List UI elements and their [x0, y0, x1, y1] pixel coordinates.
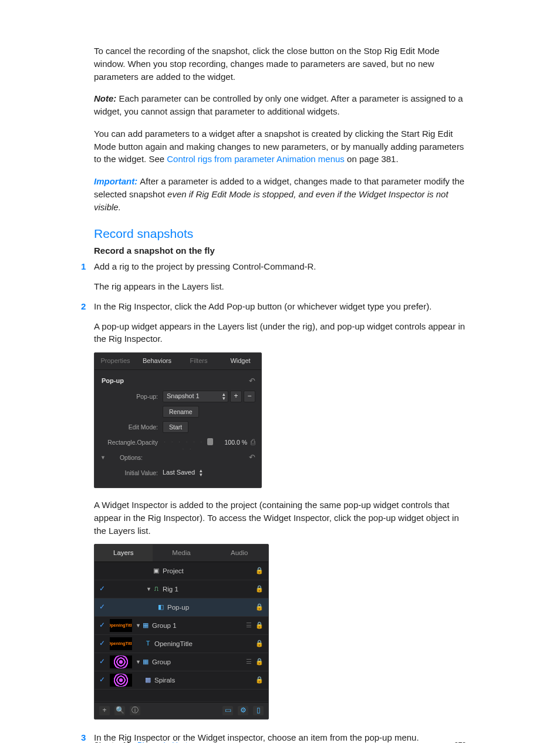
group-icon: ▦: [141, 658, 150, 666]
layer-row-group1[interactable]: ✓ OpeningTitle ▼ ▦ Group 1 ☰🔒: [95, 617, 268, 635]
rename-button[interactable]: Rename: [163, 406, 199, 418]
note-paragraph: Note: Each parameter can be controlled b…: [94, 92, 466, 118]
chevrons-updown-icon[interactable]: ▴▾: [200, 469, 203, 477]
initial-value-label: Initial Value:: [100, 469, 163, 478]
gear-icon[interactable]: ⚙: [238, 706, 248, 715]
layer-thumbnail: OpeningTitle: [110, 619, 132, 632]
layer-row-project[interactable]: ▣ Project 🔒: [95, 562, 268, 580]
important-label: Important:: [94, 176, 140, 186]
step-number-1: 1: [81, 260, 86, 273]
reset-icon[interactable]: ↶: [249, 452, 255, 463]
enable-checkbox[interactable]: ✓: [98, 602, 106, 612]
layer-row-rig[interactable]: ✓ ▼ ⎍ Rig 1 🔒: [95, 580, 268, 599]
opacity-label: Rectangle.Opacity: [100, 438, 163, 447]
info-button[interactable]: ⓘ: [130, 706, 140, 715]
opacity-value: 100.0 %: [217, 438, 247, 447]
add-snapshot-button[interactable]: +: [230, 391, 242, 402]
page-footer: Chapter 10 Rigs and widgets 379: [94, 741, 466, 743]
tab-behaviors[interactable]: Behaviors: [136, 353, 178, 369]
heading-record-snapshots: Record snapshots: [94, 225, 466, 243]
enable-checkbox[interactable]: ✓: [98, 675, 106, 685]
step-2-after-panel: A Widget Inspector is added to the proje…: [94, 499, 466, 537]
note-label: Note:: [94, 93, 119, 103]
popup-dropdown[interactable]: Snapshot 1 ▴▾: [163, 391, 228, 402]
frame-view-button[interactable]: ▭: [222, 706, 233, 715]
lock-icon[interactable]: 🔒: [255, 603, 264, 612]
project-icon: ▣: [152, 567, 160, 575]
layer-row-openingtitle[interactable]: ✓ OpeningTitle T OpeningTitle 🔒: [95, 635, 268, 653]
popup-label: Pop-up:: [100, 392, 163, 401]
chapter-label: Chapter 10: [94, 741, 130, 743]
layers-icon[interactable]: ☰: [246, 657, 252, 667]
step-2-follow: A pop-up widget appears in the Layers li…: [94, 320, 466, 346]
tab-widget[interactable]: Widget: [220, 353, 261, 369]
tab-media[interactable]: Media: [153, 544, 211, 562]
slider-thumb-icon[interactable]: [207, 438, 213, 445]
step-2-text: In the Rig Inspector, click the Add Pop-…: [94, 300, 466, 313]
layers-icon[interactable]: ☰: [246, 621, 252, 630]
disclosure-triangle-icon[interactable]: ▼: [136, 658, 141, 666]
step-number-3: 3: [81, 731, 86, 743]
inspector-section-popup: Pop-up: [100, 376, 124, 386]
inspector-tabs: Properties Behaviors Filters Widget: [95, 353, 261, 370]
param-menu-icon[interactable]: ⎙: [251, 437, 255, 448]
important-paragraph: Important: After a parameter is added to…: [94, 175, 466, 213]
opacity-slider[interactable]: · · · · · · · · ·: [163, 441, 213, 444]
popup-widget-icon: ◧: [157, 603, 165, 611]
enable-checkbox[interactable]: ✓: [98, 584, 106, 594]
note-body: Each parameter can be controlled by only…: [94, 93, 463, 116]
layers-panel: Layers Media Audio ▣ Project 🔒 ✓ ▼ ⎍ R: [94, 544, 269, 720]
subheading-record-on-fly: Record a snapshot on the fly: [94, 244, 466, 257]
chevrons-updown-icon: ▴▾: [222, 392, 225, 401]
reset-icon[interactable]: ↶: [249, 376, 255, 387]
link-control-rigs[interactable]: Control rigs from parameter Animation me…: [167, 154, 345, 164]
edit-mode-start-button[interactable]: Start: [163, 421, 188, 433]
enable-checkbox[interactable]: ✓: [98, 620, 106, 630]
lock-icon[interactable]: 🔒: [255, 566, 264, 576]
tab-filters[interactable]: Filters: [178, 353, 220, 369]
disclosure-triangle-icon[interactable]: ▼: [136, 622, 141, 630]
layer-thumbnail: [110, 674, 132, 687]
widget-inspector-panel: Properties Behaviors Filters Widget Pop-…: [94, 352, 262, 488]
initial-value[interactable]: Last Saved: [163, 468, 195, 478]
page-number: 379: [454, 741, 466, 743]
layer-thumbnail: [110, 655, 132, 668]
disclosure-triangle-icon[interactable]: ▼: [100, 454, 106, 462]
tab-layers[interactable]: Layers: [95, 544, 153, 562]
edit-mode-label: Edit Mode:: [100, 423, 163, 432]
image-layer-icon: ▩: [144, 676, 152, 684]
enable-checkbox[interactable]: ✓: [98, 638, 106, 648]
lock-icon[interactable]: 🔒: [255, 675, 264, 685]
tab-properties[interactable]: Properties: [95, 353, 136, 369]
layer-thumbnail: OpeningTitle: [110, 637, 132, 650]
lock-icon[interactable]: 🔒: [255, 639, 264, 648]
step-1-follow: The rig appears in the Layers list.: [94, 280, 466, 293]
remove-snapshot-button[interactable]: −: [244, 391, 255, 402]
enable-checkbox[interactable]: ✓: [98, 657, 106, 667]
paragraph-add-parameters: You can add parameters to a widget after…: [94, 127, 466, 166]
lock-icon[interactable]: 🔒: [255, 621, 264, 630]
panel-button[interactable]: ▯: [253, 706, 264, 715]
step-number-2: 2: [81, 300, 86, 313]
search-button[interactable]: 🔍: [114, 706, 125, 715]
lock-icon[interactable]: 🔒: [255, 584, 264, 594]
add-layer-button[interactable]: +: [99, 706, 110, 715]
group-icon: ▦: [141, 621, 150, 630]
chapter-title: Rigs and widgets: [137, 741, 191, 743]
layer-row-popup[interactable]: ✓ ◧ Pop-up 🔒: [95, 599, 268, 617]
options-label: Options:: [108, 453, 147, 462]
tab-audio[interactable]: Audio: [210, 544, 268, 562]
text-layer-icon: T: [144, 640, 152, 648]
layer-row-spirals[interactable]: ✓ ▩ Spirals 🔒: [95, 671, 268, 690]
disclosure-triangle-icon[interactable]: ▼: [146, 586, 152, 593]
paragraph-cancel-recording: To cancel the recording of the snapshot,…: [94, 45, 466, 83]
rig-icon: ⎍: [152, 585, 160, 593]
lock-icon[interactable]: 🔒: [255, 657, 264, 667]
layer-row-group[interactable]: ✓ ▼ ▦ Group ☰🔒: [95, 653, 268, 671]
step-1-text: Add a rig to the project by pressing Con…: [94, 260, 466, 273]
